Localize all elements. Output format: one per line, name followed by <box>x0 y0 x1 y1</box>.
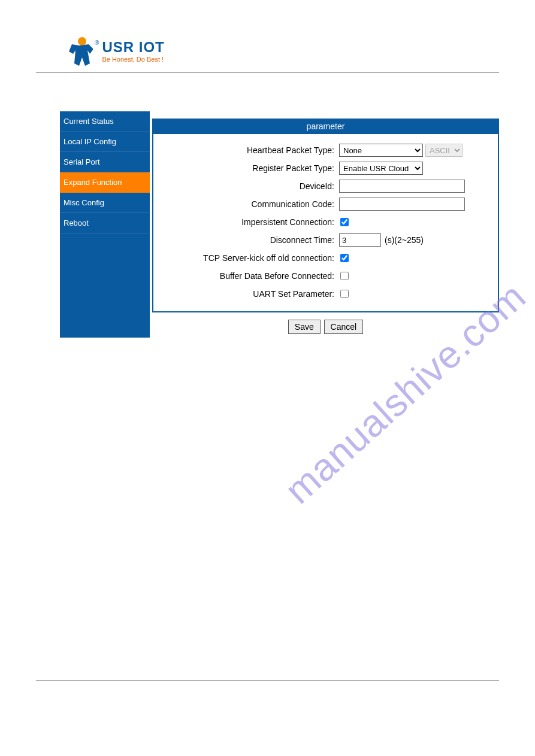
sidebar-item-misc-config[interactable]: Misc Config <box>60 193 150 213</box>
register-select[interactable]: Enable USR Cloud <box>339 162 423 175</box>
header-divider <box>36 72 499 72</box>
sidebar-item-local-ip-config[interactable]: Local IP Config <box>60 132 150 152</box>
disconnect-input[interactable] <box>339 233 381 247</box>
heartbeat-select[interactable]: None <box>339 144 423 157</box>
uart-checkbox[interactable] <box>340 290 349 298</box>
brand-logo: ® USR IOT Be Honest, Do Best ! <box>66 36 165 66</box>
impersistent-checkbox[interactable] <box>340 218 349 226</box>
impersistent-label: Impersistent Connection: <box>159 217 339 227</box>
commcode-input[interactable] <box>339 198 465 211</box>
footer-divider <box>36 681 499 681</box>
panel-body: Heartbeat Packet Type: None ASCII Regist… <box>152 134 499 312</box>
svg-point-0 <box>78 37 86 45</box>
deviceid-input[interactable] <box>339 180 465 193</box>
buffer-checkbox[interactable] <box>340 272 349 280</box>
sidebar-item-expand-function[interactable]: Expand Function <box>60 172 150 193</box>
ascii-select: ASCII <box>425 144 463 157</box>
sidebar-item-reboot[interactable]: Reboot <box>60 213 150 233</box>
cancel-button[interactable]: Cancel <box>324 320 364 334</box>
registered-mark: ® <box>95 40 99 46</box>
brand-tagline: Be Honest, Do Best ! <box>102 56 164 63</box>
main-panel: parameter Heartbeat Packet Type: None AS… <box>150 111 499 338</box>
kickoff-checkbox[interactable] <box>340 254 349 262</box>
button-row: Save Cancel <box>152 320 499 334</box>
sidebar-item-current-status[interactable]: Current Status <box>60 111 150 132</box>
sidebar-item-serial-port[interactable]: Serial Port <box>60 152 150 172</box>
disconnect-suffix: (s)(2~255) <box>385 235 424 245</box>
page-header: ® USR IOT Be Honest, Do Best ! <box>36 36 499 72</box>
panel-title: parameter <box>152 119 499 134</box>
save-button[interactable]: Save <box>288 320 321 334</box>
deviceid-label: DeviceId: <box>159 181 339 191</box>
disconnect-label: Disconnect Time: <box>159 235 339 245</box>
buffer-label: Buffer Data Before Connected: <box>159 271 339 281</box>
heartbeat-label: Heartbeat Packet Type: <box>159 145 339 155</box>
kickoff-label: TCP Server-kick off old connection: <box>159 253 339 263</box>
register-label: Register Packet Type: <box>159 163 339 173</box>
sidebar: Current Status Local IP Config Serial Po… <box>60 111 150 338</box>
brand-name: USR IOT <box>102 39 164 56</box>
commcode-label: Communication Code: <box>159 199 339 209</box>
uart-label: UART Set Parameter: <box>159 289 339 299</box>
logo-icon <box>66 36 93 66</box>
